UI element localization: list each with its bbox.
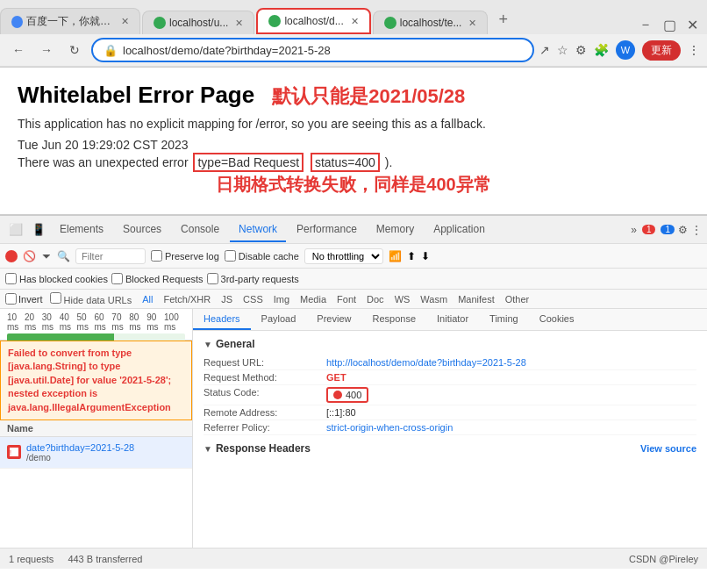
- type-media[interactable]: Media: [296, 293, 330, 305]
- disable-cache-label[interactable]: Disable cache: [225, 250, 299, 262]
- type-font[interactable]: Font: [333, 293, 360, 305]
- type-other[interactable]: Other: [502, 293, 533, 305]
- panel-tab-payload[interactable]: Payload: [251, 309, 307, 330]
- type-css[interactable]: CSS: [239, 293, 267, 305]
- type-img[interactable]: Img: [270, 293, 293, 305]
- clear-button[interactable]: 🚫: [23, 250, 36, 262]
- new-tab-button[interactable]: +: [489, 5, 517, 34]
- devtools-inspect-icon[interactable]: ⬜: [5, 219, 26, 240]
- lock-icon: 🔒: [104, 44, 118, 57]
- tab-localhost-u[interactable]: localhost/u... ✕: [142, 11, 254, 34]
- tab-console[interactable]: Console: [172, 218, 228, 242]
- panel-tab-initiator[interactable]: Initiator: [426, 309, 479, 330]
- type-manifest[interactable]: Manifest: [454, 293, 498, 305]
- timeline-20ms: 20 ms: [25, 312, 42, 332]
- request-name-cell: date?birthday=2021-5-28 /demo: [26, 442, 134, 463]
- tab-localhost-d-close[interactable]: ✕: [351, 16, 359, 27]
- panel-tab-timing[interactable]: Timing: [479, 309, 529, 330]
- tab-localhost-te-close[interactable]: ✕: [468, 18, 476, 29]
- devtools-device-icon[interactable]: 📱: [28, 219, 49, 240]
- remote-address-val: [::1]:80: [326, 407, 356, 418]
- wifi-icon: 📶: [389, 250, 402, 262]
- third-party-label[interactable]: 3rd-party requests: [207, 273, 299, 284]
- devtools-cookie-bar: Has blocked cookies Blocked Requests 3rd…: [0, 269, 707, 290]
- panel-tab-cookies[interactable]: Cookies: [529, 309, 585, 330]
- file-icon: !: [9, 447, 19, 457]
- filter-input[interactable]: [75, 248, 146, 264]
- data-transferred: 443 B transferred: [68, 554, 142, 564]
- panel-tab-response[interactable]: Response: [361, 309, 426, 330]
- tab-network[interactable]: Network: [230, 218, 286, 242]
- blocked-requests-checkbox[interactable]: [111, 273, 123, 284]
- invert-checkbox[interactable]: [5, 293, 17, 305]
- tab-baidu-close[interactable]: ✕: [121, 16, 129, 27]
- devtools-settings-icon[interactable]: ⚙: [678, 224, 688, 236]
- request-row[interactable]: ! date?birthday=2021-5-28 /demo: [0, 437, 192, 469]
- annotation-date-format: 默认只能是2021/05/28: [272, 83, 465, 110]
- reload-button[interactable]: ↻: [63, 39, 86, 61]
- tab-baidu[interactable]: 百度一下，你就知道 ✕: [0, 8, 140, 34]
- devtools-panel: ⬜ 📱 Elements Sources Console Network Per…: [0, 214, 707, 548]
- tab-performance[interactable]: Performance: [288, 218, 366, 242]
- close-icon[interactable]: ✕: [687, 17, 698, 33]
- back-button[interactable]: ←: [7, 39, 30, 61]
- tab-localhost-d-icon: [268, 15, 281, 27]
- status-box: 400: [326, 387, 368, 403]
- tab-localhost-u-label: localhost/u...: [169, 17, 228, 29]
- preserve-log-checkbox[interactable]: [151, 250, 162, 262]
- status-code-val: 400: [326, 387, 368, 403]
- devtools-options-icon[interactable]: ⋮: [691, 224, 702, 236]
- disable-cache-checkbox[interactable]: [225, 250, 236, 262]
- tab-localhost-u-close[interactable]: ✕: [235, 18, 243, 29]
- remote-address-key: Remote Address:: [204, 407, 326, 418]
- type-js[interactable]: JS: [218, 293, 236, 305]
- filter-icon[interactable]: ⏷: [41, 250, 52, 262]
- brand-label: CSDN @Pireley: [629, 554, 698, 564]
- blocked-requests-label[interactable]: Blocked Requests: [111, 273, 204, 284]
- status-code-row: Status Code: 400: [204, 385, 696, 405]
- tab-sources[interactable]: Sources: [114, 218, 170, 242]
- share-icon[interactable]: ↗: [539, 43, 550, 57]
- error-line-text: There was an unexpected error: [18, 155, 189, 169]
- address-bar[interactable]: 🔒 localhost/demo/date?birthday=2021-5-28: [91, 38, 534, 62]
- page-wrapper: Whitelabel Error Page 默认只能是2021/05/28 Th…: [0, 68, 707, 214]
- error-overlay-text: Failed to convert from type [java.lang.S…: [0, 341, 192, 420]
- restore-icon[interactable]: ▢: [663, 17, 676, 33]
- type-wasm[interactable]: Wasm: [417, 293, 451, 305]
- type-hide-data[interactable]: Hide data URLs: [46, 291, 136, 306]
- forward-button[interactable]: →: [35, 39, 58, 61]
- record-button[interactable]: [5, 250, 18, 262]
- extensions-icon[interactable]: 🧩: [594, 43, 609, 57]
- tab-localhost-te[interactable]: localhost/te... ✕: [373, 11, 489, 34]
- profile-icon[interactable]: W: [616, 40, 635, 60]
- minimize-icon[interactable]: －: [639, 16, 653, 34]
- tab-localhost-d[interactable]: localhost/d... ✕: [256, 8, 370, 34]
- has-blocked-cookies-checkbox[interactable]: [5, 273, 17, 284]
- devtools-more-icon[interactable]: »: [631, 224, 637, 236]
- settings-icon[interactable]: ⚙: [575, 43, 587, 57]
- response-headers-title: ▼ Response Headers View source: [204, 442, 696, 455]
- panel-tab-headers[interactable]: Headers: [193, 309, 251, 330]
- hide-data-checkbox[interactable]: [50, 292, 61, 304]
- preserve-log-label[interactable]: Preserve log: [151, 250, 219, 262]
- svg-text:!: !: [10, 449, 11, 455]
- panel-tab-preview[interactable]: Preview: [306, 309, 361, 330]
- type-doc[interactable]: Doc: [363, 293, 388, 305]
- bookmark-icon[interactable]: ☆: [557, 43, 568, 57]
- type-all[interactable]: All: [139, 293, 156, 305]
- tab-memory[interactable]: Memory: [368, 218, 423, 242]
- menu-icon[interactable]: ⋮: [688, 43, 700, 57]
- page-title: Whitelabel Error Page: [18, 82, 254, 109]
- tab-elements[interactable]: Elements: [51, 218, 112, 242]
- has-blocked-cookies-label[interactable]: Has blocked cookies: [5, 273, 108, 284]
- throttle-select[interactable]: No throttling: [304, 248, 383, 264]
- tab-application[interactable]: Application: [425, 218, 494, 242]
- view-source-btn[interactable]: View source: [640, 443, 696, 454]
- tab-localhost-te-icon: [384, 17, 396, 29]
- request-url-key: Request URL:: [204, 357, 326, 368]
- type-fetch-xhr[interactable]: Fetch/XHR: [160, 293, 214, 305]
- type-ws[interactable]: WS: [391, 293, 414, 305]
- search-icon[interactable]: 🔍: [57, 250, 70, 262]
- third-party-checkbox[interactable]: [207, 273, 218, 284]
- refresh-button[interactable]: 更新: [642, 40, 681, 61]
